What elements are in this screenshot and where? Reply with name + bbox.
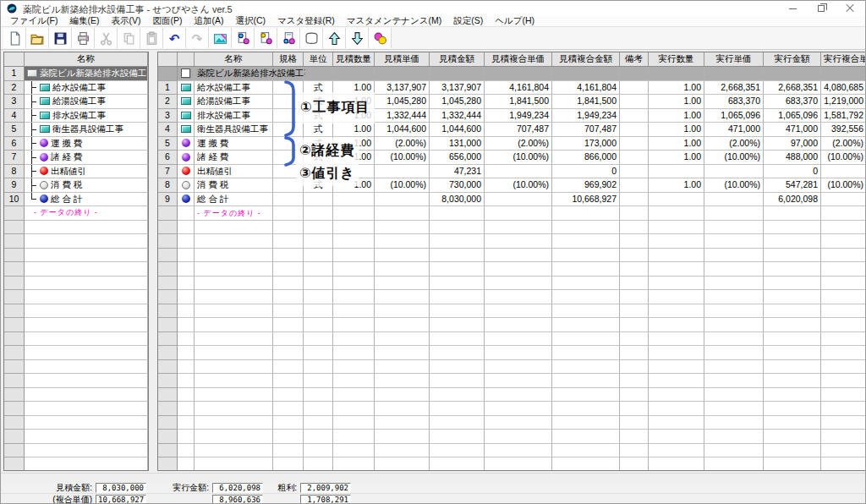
master-doc-2-button[interactable] <box>255 28 277 48</box>
tree-empty-cell[interactable] <box>25 249 148 263</box>
icon-cell[interactable] <box>178 67 195 81</box>
cell-exec-amount[interactable] <box>764 374 821 388</box>
tree-empty-row[interactable] <box>4 346 148 360</box>
cell-est-amount[interactable] <box>430 402 485 416</box>
cell-est-unit-price[interactable] <box>375 430 430 444</box>
cell-exec-qty[interactable]: 1.00 <box>649 137 704 151</box>
cell-exec-amount[interactable] <box>764 262 821 277</box>
cell-name[interactable] <box>195 304 273 319</box>
close-button[interactable] <box>836 1 863 16</box>
table-empty-row[interactable] <box>158 277 866 291</box>
cell-est-amount[interactable] <box>430 430 485 444</box>
cell-est-amount[interactable] <box>430 290 485 304</box>
cell-exec-amount[interactable] <box>764 249 821 263</box>
cell-spec[interactable] <box>273 416 304 430</box>
cell-est-amount[interactable]: 656,000 <box>430 151 485 165</box>
cell-est-comp-amount[interactable] <box>552 262 620 277</box>
tree-item[interactable]: 給湯設備工事 <box>25 95 148 109</box>
cell-exec-amount[interactable] <box>764 67 821 81</box>
cell-name[interactable]: 消 費 税 <box>195 178 273 193</box>
cell-est-unit-price[interactable]: (10.00%) <box>375 151 430 165</box>
cell-est-qty[interactable]: 1.00 <box>333 178 375 193</box>
table-empty-row[interactable] <box>158 416 866 430</box>
tree-empty-row[interactable] <box>4 234 148 249</box>
cell-exec-qty[interactable] <box>649 318 704 332</box>
save-button[interactable] <box>49 28 72 48</box>
cell-icon[interactable] <box>178 81 195 96</box>
cell-spec[interactable] <box>273 81 304 96</box>
cell-icon[interactable] <box>178 123 195 137</box>
cell-exec-unit-price[interactable] <box>704 374 764 388</box>
cell-spec[interactable] <box>273 151 304 165</box>
table-empty-row[interactable] <box>158 249 866 263</box>
cell-est-comp-unit-price[interactable] <box>485 67 552 81</box>
cell-est-unit-price[interactable] <box>375 402 430 416</box>
table-empty-row[interactable] <box>158 346 866 360</box>
cell-est-amount[interactable] <box>430 67 485 81</box>
cell-icon[interactable] <box>178 374 195 388</box>
cell-est-amount[interactable] <box>430 304 485 319</box>
cell-remarks[interactable] <box>620 457 649 471</box>
cell-est-qty[interactable]: 1.00 <box>333 81 375 96</box>
cell-spec[interactable] <box>273 193 304 207</box>
cell-exec-qty[interactable]: 1.00 <box>649 123 704 137</box>
cell-est-qty[interactable] <box>333 444 375 458</box>
table-empty-row[interactable] <box>158 318 866 332</box>
cell-spec[interactable] <box>273 457 304 471</box>
cell-unit[interactable] <box>304 374 333 388</box>
cell-est-comp-amount[interactable]: 4,161,804 <box>552 81 620 96</box>
cell-exec-qty[interactable] <box>649 374 704 388</box>
cell-name[interactable] <box>195 290 273 304</box>
table-title-row[interactable]: 薬院ビル新築給排水設備工事 <box>158 67 866 81</box>
cell-remarks[interactable] <box>620 360 649 375</box>
cell-est-comp-unit-price[interactable]: (2.00%) <box>485 137 552 151</box>
cell-est-unit-price[interactable] <box>375 318 430 332</box>
menu-item-図面P[interactable]: 図面(P) <box>146 15 188 27</box>
cell-exec-comp-unit-price[interactable]: 1,219,000 <box>821 95 866 109</box>
cell-est-comp-amount[interactable] <box>552 290 620 304</box>
cell-exec-unit-price[interactable] <box>704 430 764 444</box>
table-row[interactable]: 7出精値引47,23100 <box>158 165 866 179</box>
cell-est-amount[interactable]: 1,044,600 <box>430 123 485 137</box>
cell-exec-amount[interactable] <box>764 221 821 235</box>
tree-row-number[interactable]: 4 <box>4 109 25 123</box>
cell-est-comp-unit-price[interactable]: 4,161,804 <box>485 81 552 96</box>
cell-unit[interactable] <box>304 318 333 332</box>
cell-est-comp-amount[interactable] <box>552 388 620 403</box>
cell-est-qty[interactable]: 1.00 <box>333 95 375 109</box>
tree-empty-row[interactable] <box>4 430 148 444</box>
cell-remarks[interactable] <box>620 374 649 388</box>
cell-unit[interactable]: 式 <box>304 178 333 193</box>
cell-est-unit-price[interactable] <box>375 457 430 471</box>
menu-item-ファイルF[interactable]: ファイル(F) <box>4 15 63 27</box>
cell-exec-amount[interactable] <box>764 304 821 319</box>
cell-exec-amount[interactable]: 488,000 <box>764 151 821 165</box>
cell-est-unit-price[interactable] <box>375 249 430 263</box>
cell-est-unit-price[interactable] <box>375 444 430 458</box>
cell-icon[interactable] <box>178 95 195 109</box>
cell-est-unit-price[interactable] <box>375 388 430 403</box>
cell-exec-comp-unit-price[interactable] <box>821 332 866 347</box>
cell-unit[interactable] <box>304 360 333 375</box>
tree-row[interactable]: 9消 費 税 <box>4 178 148 193</box>
cell-est-amount[interactable] <box>430 221 485 235</box>
cell-est-comp-unit-price[interactable] <box>485 262 552 277</box>
cell-est-qty[interactable] <box>333 360 375 375</box>
cell-exec-comp-unit-price[interactable] <box>821 221 866 235</box>
cell-exec-amount[interactable] <box>764 402 821 416</box>
cell-remarks[interactable] <box>620 430 649 444</box>
cell-est-comp-unit-price[interactable] <box>485 388 552 403</box>
tree-empty-cell[interactable] <box>25 304 148 319</box>
tree-row-number[interactable]: 1 <box>4 67 25 81</box>
cell-spec[interactable] <box>273 165 304 179</box>
cell-est-comp-amount[interactable] <box>552 360 620 375</box>
cell-exec-amount[interactable]: 471,000 <box>764 123 821 137</box>
cell-exec-unit-price[interactable] <box>704 318 764 332</box>
cell-est-qty[interactable] <box>333 318 375 332</box>
cell-est-comp-amount[interactable]: 1,949,234 <box>552 109 620 123</box>
table-empty-row[interactable] <box>158 457 866 471</box>
database-button[interactable] <box>300 28 323 48</box>
cell-est-comp-unit-price[interactable] <box>485 457 552 471</box>
menu-item-マスタメンテナンスM[interactable]: マスタメンテナンス(M) <box>341 15 447 27</box>
cell-est-comp-unit-price[interactable] <box>485 332 552 347</box>
